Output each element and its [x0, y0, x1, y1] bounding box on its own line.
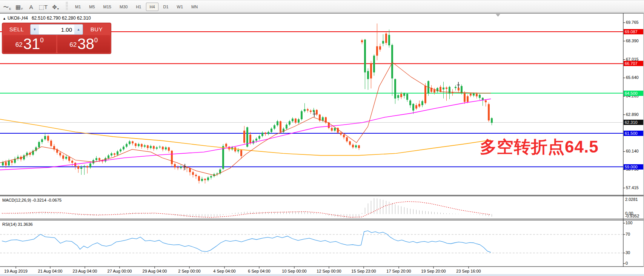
volume-stepper: ▼ ▲	[30, 24, 83, 35]
buy-price-fraction: 0	[94, 37, 98, 44]
macd-scale-label: 2.0281	[625, 197, 638, 202]
time-axis-label: 10 Sep 00:00	[282, 269, 306, 273]
current-price-badge: 62.310	[624, 120, 643, 125]
sell-price-panel[interactable]: 62310	[3, 35, 56, 53]
price-level-badge: 64.500	[624, 91, 643, 96]
time-axis-label: 12 Sep 00:00	[317, 269, 341, 273]
rsi-scale-label: 30	[626, 250, 630, 255]
rsi-scale-label: 100	[626, 220, 632, 225]
one-click-trade-panel: SELL ▼ ▲ BUY 62310 62380	[2, 23, 111, 54]
time-axis-label: 19 Sep 20:00	[421, 269, 446, 273]
price-axis-tick: 60.140	[626, 149, 639, 153]
rsi-indicator-label: RSI(14) 31.3636	[2, 222, 33, 227]
price-level-badge: 66.707	[624, 61, 643, 66]
sell-button[interactable]: SELL	[3, 24, 30, 34]
price-axis-tick: 62.890	[626, 112, 639, 117]
ohlc-readout: 62.510 62.790 62.280 62.310	[32, 15, 91, 21]
time-axis-label: 2 Sep 00:00	[178, 269, 200, 273]
macd-indicator-label: MACD(12,26,9) -0.3214 -0.0675	[2, 198, 61, 202]
buy-button[interactable]: BUY	[83, 24, 110, 34]
price-level-badge: 59.000	[624, 164, 643, 170]
time-axis-label: 21 Aug 04:00	[38, 269, 63, 273]
buy-price-pips: 38	[77, 35, 94, 52]
sell-price-fraction: 0	[40, 37, 43, 44]
rsi-scale-label: 70	[626, 232, 630, 236]
time-axis-label: 23 Aug 04:00	[73, 269, 97, 273]
time-axis-label: 17 Sep 20:00	[386, 269, 411, 273]
sell-price-pips: 31	[23, 35, 40, 52]
time-axis-label: 19 Aug 2019	[4, 269, 28, 273]
chart-title: ▲UKOil-,H462.510 62.790 62.280 62.310	[3, 15, 91, 21]
buy-price-panel[interactable]: 62380	[57, 35, 111, 53]
volume-input[interactable]	[39, 25, 74, 34]
price-level-badge: 61.500	[624, 131, 643, 136]
price-level-badge: 69.087	[624, 29, 643, 34]
time-axis-label: 6 Sep 04:00	[248, 269, 270, 273]
price-axis-tick: 69.765	[626, 20, 639, 25]
time-axis-label: 23 Sep 16:00	[456, 269, 481, 273]
rsi-scale-label: 0	[626, 261, 628, 265]
price-axis-tick: 65.640	[626, 75, 639, 80]
chart-annotation-text: 多空转折点64.5	[480, 136, 599, 158]
collapse-panel-icon[interactable]: ▲	[3, 17, 6, 20]
time-axis-label: 29 Aug 04:00	[143, 269, 167, 273]
time-axis-label: 27 Aug 00:00	[108, 269, 132, 273]
macd-scale-label: -0.9352	[625, 214, 639, 218]
volume-decrease-button[interactable]: ▼	[31, 25, 39, 34]
price-axis-tick: 68.390	[626, 39, 639, 43]
time-axis-label: 15 Sep 23:00	[351, 269, 376, 273]
time-axis-label: 4 Sep 04:00	[213, 269, 235, 273]
sell-price-whole: 62	[15, 41, 23, 48]
price-axis-tick: 57.415	[626, 185, 639, 190]
volume-increase-button[interactable]: ▲	[74, 25, 83, 34]
buy-price-whole: 62	[69, 41, 77, 48]
symbol-label: UKOil-,H4	[8, 15, 28, 21]
